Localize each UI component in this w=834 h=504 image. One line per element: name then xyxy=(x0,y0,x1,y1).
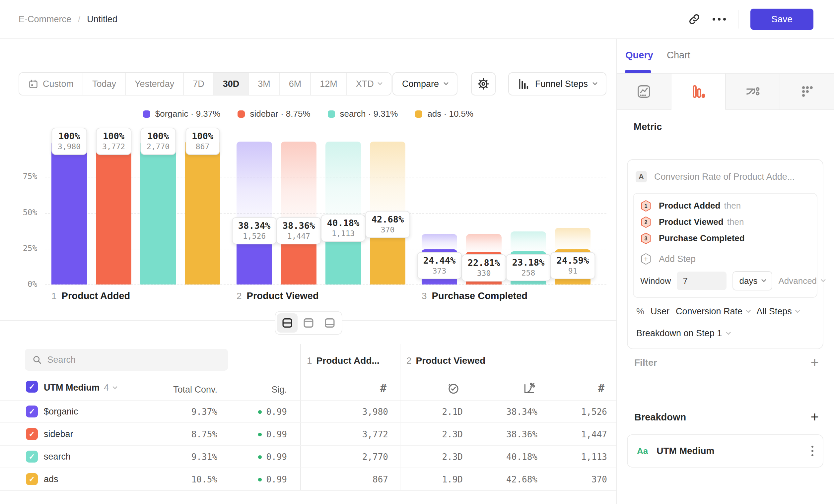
breakdown-on-step-dropdown[interactable]: Breakdown on Step 1 xyxy=(636,328,730,339)
count-metric-icon[interactable]: # xyxy=(380,382,387,395)
metric-step-2[interactable]: 2Product Viewed then xyxy=(640,214,810,230)
metric-card: A Conversion Rate of Product Adde... 1Pr… xyxy=(627,159,824,349)
measure-entity[interactable]: User xyxy=(651,306,670,317)
table-row-search[interactable]: ✓search9.31%0.992,7702.3D40.18%1,113 xyxy=(0,445,616,468)
string-property-type-icon: Aa xyxy=(637,446,648,456)
row-checkbox[interactable]: ✓ xyxy=(26,451,38,462)
svg-text:1: 1 xyxy=(644,203,648,209)
table-step2-header: 2 Product Viewed xyxy=(407,356,485,366)
bar-search-step1[interactable] xyxy=(140,141,176,284)
add-step-label: Add Step xyxy=(659,254,696,264)
bar-value-label: 100%3,980 xyxy=(51,128,87,155)
group-column-header[interactable]: UTM Medium 4 xyxy=(44,383,117,393)
select-all-checkbox[interactable]: ✓ xyxy=(26,381,38,393)
time-to-convert-icon[interactable] xyxy=(447,382,460,396)
metric-step-1[interactable]: 1Product Added then xyxy=(640,198,810,214)
step-number: 1 xyxy=(51,291,57,301)
window-unit-dropdown[interactable]: days xyxy=(732,271,772,291)
flows-report-tab[interactable] xyxy=(726,74,780,110)
y-axis-tick: 25% xyxy=(16,244,37,253)
more-options-button[interactable] xyxy=(712,18,726,21)
bar-count: 330 xyxy=(468,269,500,278)
layout-chart-only-button[interactable] xyxy=(298,313,319,333)
row-significance: 0.99 xyxy=(258,452,287,462)
bar-value-label: 100%3,772 xyxy=(96,128,131,155)
bar-value-label: 22.81%330 xyxy=(461,254,507,281)
sig-header[interactable]: Sig. xyxy=(271,385,287,395)
measure-metric-dropdown[interactable]: Conversion Rate xyxy=(676,306,750,317)
add-filter-button[interactable]: + xyxy=(810,356,819,369)
tab-chart[interactable]: Chart xyxy=(667,50,690,61)
layout-split-button[interactable] xyxy=(277,313,298,333)
table-step1-header: 1 Product Add... xyxy=(307,356,379,366)
bar-count: 373 xyxy=(423,266,456,276)
breakdown-item[interactable]: Aa UTM Medium xyxy=(627,434,824,467)
bar-value-label: 24.59%91 xyxy=(550,252,595,279)
sig-value: 0.99 xyxy=(266,407,287,417)
breakdown-on-label: Breakdown on Step 1 xyxy=(636,328,722,339)
prior-step-ghost-bar xyxy=(237,142,272,229)
search-icon xyxy=(32,354,42,365)
prior-step-ghost-bar xyxy=(466,234,502,252)
metric-step-name: Product Added xyxy=(659,201,720,210)
funnels-report-tab[interactable] xyxy=(672,74,726,110)
measure-prefix: % xyxy=(636,306,644,317)
add-step-hexagon-icon: + xyxy=(640,253,652,265)
total-conv-header[interactable]: Total Conv. xyxy=(173,385,217,395)
bar-count: 1,526 xyxy=(238,231,271,241)
table-row-organic[interactable]: ✓$organic9.37%0.993,9802.1D38.34%1,526 xyxy=(0,400,616,423)
step-name: Product Viewed xyxy=(247,291,319,301)
metric-step-name: Product Viewed xyxy=(659,217,724,227)
chevron-down-icon xyxy=(726,329,731,335)
table-row-ads[interactable]: ✓ads10.5%0.998671.9D42.68%370 xyxy=(0,468,616,491)
y-axis-tick: 0% xyxy=(16,279,37,289)
bar-sidebar-step1[interactable] xyxy=(96,141,131,284)
funnel-steps-list: 1Product Added then2Product Viewed then3… xyxy=(640,198,810,246)
window-value-input[interactable] xyxy=(677,272,726,290)
group-column-label: UTM Medium xyxy=(44,383,100,393)
breakdown-item-menu-button[interactable] xyxy=(811,445,813,458)
y-axis-tick: 75% xyxy=(16,172,37,181)
top-bar: E-Commerce / Untitled Save xyxy=(0,0,834,39)
row-step2-rate: 42.68% xyxy=(506,475,537,484)
metric-step-3[interactable]: 3Purchase Completed xyxy=(640,230,810,246)
retention-report-tab[interactable] xyxy=(780,74,834,110)
measure-scope-dropdown[interactable]: All Steps xyxy=(756,306,799,317)
save-button[interactable]: Save xyxy=(750,8,813,30)
row-total-conv: 9.37% xyxy=(192,407,217,417)
table-row-sidebar[interactable]: ✓sidebar8.75%0.993,7722.3D38.36%1,447 xyxy=(0,423,616,445)
funnel-steps-card: 1Product Added then2Product Viewed then3… xyxy=(633,193,817,298)
insights-report-tab[interactable] xyxy=(617,74,672,110)
step-number: 1 xyxy=(307,356,312,366)
breadcrumb-report-title[interactable]: Untitled xyxy=(87,14,117,25)
step-number: 2 xyxy=(237,291,242,301)
layout-table-only-button[interactable] xyxy=(320,313,340,333)
add-breakdown-button[interactable]: + xyxy=(810,411,819,424)
row-checkbox[interactable]: ✓ xyxy=(26,428,38,440)
row-step2-rate: 38.36% xyxy=(506,429,537,439)
metric-section-heading: Metric xyxy=(634,121,662,132)
count-metric-icon[interactable]: # xyxy=(598,382,605,395)
share-link-button[interactable] xyxy=(688,13,701,25)
breadcrumb-project[interactable]: E-Commerce xyxy=(19,14,71,25)
conversion-window-row: Window days Advanced xyxy=(640,270,810,292)
table-body: ✓$organic9.37%0.993,9802.1D38.34%1,526✓s… xyxy=(0,400,616,491)
conversion-rate-icon[interactable] xyxy=(523,382,535,396)
step-name: Product Add... xyxy=(316,356,379,366)
row-checkbox[interactable]: ✓ xyxy=(26,406,38,417)
bar-ads-step1[interactable] xyxy=(185,141,220,284)
chart-top-view-icon xyxy=(303,317,314,329)
sig-value: 0.99 xyxy=(266,452,287,462)
bar-count: 1,447 xyxy=(283,231,315,241)
row-checkbox[interactable]: ✓ xyxy=(26,473,38,485)
metric-title-row[interactable]: A Conversion Rate of Product Adde... xyxy=(636,171,816,182)
add-step-button[interactable]: + Add Step xyxy=(640,249,810,269)
report-content: CustomTodayYesterday7D30D3M6M12MXTD Comp… xyxy=(0,39,616,504)
bar-percent: 100% xyxy=(192,131,213,142)
bar-organic-step1[interactable] xyxy=(51,141,87,284)
advanced-dropdown[interactable]: Advanced xyxy=(778,276,825,286)
measure-scope-label: All Steps xyxy=(756,306,792,317)
search-input[interactable] xyxy=(47,355,221,365)
prior-step-ghost-bar xyxy=(422,234,457,249)
tab-query[interactable]: Query xyxy=(626,50,653,61)
